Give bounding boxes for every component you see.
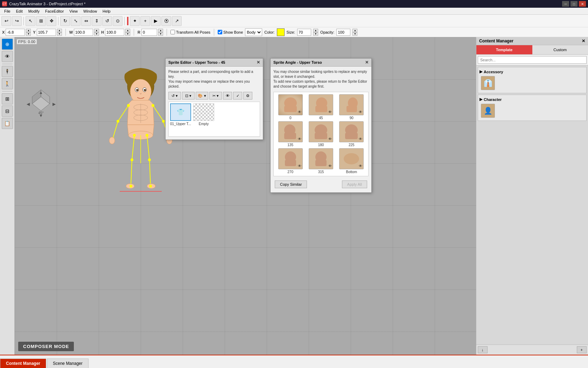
- layer-tool[interactable]: ⊟: [2, 105, 13, 117]
- sprite-item-empty[interactable]: Empty: [193, 103, 214, 135]
- walk-tool[interactable]: 🚶: [2, 78, 13, 89]
- sprite-item-01[interactable]: 👕 01_Upper T...: [170, 103, 191, 135]
- cube-widget[interactable]: 45° ▲ ▼ ◀ ▶: [25, 86, 57, 118]
- tab-content-manager[interactable]: Content Manager: [0, 359, 46, 368]
- size-input[interactable]: [297, 29, 311, 36]
- grid-tool[interactable]: ⊞: [2, 93, 13, 104]
- w-input[interactable]: [74, 29, 93, 36]
- cm-character-item[interactable]: 👤: [479, 102, 585, 119]
- content-manager-close[interactable]: ✕: [582, 39, 585, 43]
- w-up[interactable]: ▲: [94, 29, 99, 32]
- sprite-check-btn[interactable]: ✓: [233, 92, 242, 100]
- sprite-crop-btn[interactable]: ✂ ▾: [209, 92, 222, 100]
- select-tool[interactable]: ↖: [26, 16, 35, 26]
- angle-item-135[interactable]: 👁 135: [276, 121, 305, 147]
- transform-all-poses-check[interactable]: Transform All Poses: [170, 30, 210, 34]
- svg-point-43: [130, 185, 132, 188]
- angle-item-90[interactable]: 👁 90: [337, 94, 366, 120]
- scale-tool[interactable]: ⤡: [71, 16, 80, 26]
- angle-item-bottom[interactable]: 👁 Bottom: [337, 148, 366, 174]
- eye-tool[interactable]: 👁: [2, 51, 13, 62]
- opacity-up[interactable]: ▲: [352, 29, 357, 32]
- angle-item-315[interactable]: 👁 315: [306, 148, 335, 174]
- menu-view[interactable]: View: [66, 8, 80, 14]
- sprite-editor-close[interactable]: ✕: [257, 60, 260, 65]
- menu-help[interactable]: Help: [100, 8, 113, 14]
- angle-item-180[interactable]: 👁 180: [306, 121, 335, 147]
- redo-button[interactable]: ↪: [12, 16, 22, 26]
- y-up[interactable]: ▲: [57, 29, 62, 32]
- apply-all-button[interactable]: Apply All: [342, 180, 367, 188]
- close-button[interactable]: ✕: [579, 1, 586, 7]
- move-tool[interactable]: ✥: [47, 16, 56, 26]
- angle-label-180: 180: [318, 143, 324, 147]
- loop-tool[interactable]: ↺: [102, 16, 112, 26]
- bone-tool[interactable]: ✦: [130, 16, 140, 26]
- r-spinner: ▲ ▼: [158, 29, 163, 36]
- menu-window[interactable]: Window: [80, 8, 100, 14]
- cm-accessory-item[interactable]: 👔: [479, 75, 585, 91]
- x-up[interactable]: ▲: [26, 29, 31, 32]
- h-down[interactable]: ▼: [125, 32, 130, 36]
- flip-tool[interactable]: ⇔: [81, 16, 91, 26]
- maximize-button[interactable]: □: [570, 1, 578, 7]
- mirror-tool[interactable]: ⇕: [92, 16, 102, 26]
- opacity-input[interactable]: [336, 29, 350, 36]
- h-up[interactable]: ▲: [125, 29, 130, 32]
- angle-item-225[interactable]: 👁 225: [337, 121, 366, 147]
- angle-item-45[interactable]: 👁 45: [306, 94, 335, 120]
- r-down[interactable]: ▼: [158, 32, 163, 36]
- tab-scene-manager[interactable]: Scene Manager: [47, 359, 89, 368]
- w-down[interactable]: ▼: [94, 32, 99, 36]
- transform-tool[interactable]: ⊞: [36, 16, 46, 26]
- x-input[interactable]: [6, 29, 25, 36]
- rotate-tool[interactable]: ↻: [60, 16, 70, 26]
- menu-modify[interactable]: Modify: [26, 8, 42, 14]
- cm-add-btn[interactable]: +: [577, 346, 587, 353]
- copy-similar-button[interactable]: Copy Similar: [275, 180, 307, 188]
- transform-all-poses-input[interactable]: [170, 30, 175, 34]
- cm-search-input[interactable]: [478, 56, 587, 64]
- y-spinner: ▲ ▼: [57, 29, 62, 36]
- angle-item-270[interactable]: 👁 270: [276, 148, 305, 174]
- size-up[interactable]: ▲: [313, 29, 318, 32]
- play-tool[interactable]: ▶: [151, 16, 161, 26]
- sprite-settings-btn[interactable]: ⚙: [243, 92, 252, 100]
- scene-tool[interactable]: 📋: [2, 118, 13, 129]
- y-down[interactable]: ▼: [57, 32, 62, 36]
- record-tool[interactable]: ⦿: [161, 16, 171, 26]
- export-tool[interactable]: ↗: [172, 16, 182, 26]
- opacity-down[interactable]: ▼: [352, 32, 357, 36]
- cm-down-btn[interactable]: ↓: [478, 346, 488, 353]
- r-up[interactable]: ▲: [158, 29, 163, 32]
- menu-file[interactable]: File: [1, 8, 13, 14]
- figure-tool[interactable]: 🕴: [2, 66, 13, 77]
- sprite-color-btn[interactable]: 🎨 ▾: [196, 92, 208, 100]
- sprite-angle-close[interactable]: ✕: [365, 60, 369, 65]
- tab-custom[interactable]: Custom: [532, 45, 588, 54]
- show-bone-input[interactable]: [218, 30, 222, 34]
- menu-face-editor[interactable]: FaceEditor: [42, 8, 66, 14]
- svg-line-31: [132, 135, 134, 160]
- h-label: H: [101, 30, 104, 34]
- loop-tool-2[interactable]: ⊙: [113, 16, 122, 26]
- x-down[interactable]: ▼: [26, 32, 31, 36]
- canvas-area[interactable]: FPS: 0.00 45° ▲ ▼ ◀ ▶: [15, 37, 476, 355]
- sprite-flip-btn[interactable]: ⊡ ▾: [182, 92, 195, 100]
- tab-template[interactable]: Template: [476, 45, 532, 54]
- minimize-button[interactable]: ─: [562, 1, 569, 7]
- color-swatch[interactable]: [277, 28, 285, 36]
- r-input[interactable]: [141, 29, 157, 36]
- y-input[interactable]: [37, 29, 56, 36]
- show-bone-check[interactable]: Show Bone: [218, 30, 243, 34]
- h-input[interactable]: [105, 29, 124, 36]
- size-down[interactable]: ▼: [313, 32, 318, 36]
- pointer-tool[interactable]: ⊕: [2, 39, 13, 50]
- sprite-eye-btn[interactable]: 👁: [223, 92, 232, 100]
- angle-item-0[interactable]: 👁 0: [276, 94, 305, 120]
- sprite-rotate-btn[interactable]: ↺ ▾: [168, 92, 181, 100]
- key-tool[interactable]: +: [140, 16, 150, 26]
- undo-button[interactable]: ↩: [1, 16, 11, 26]
- body-select[interactable]: Body Head Hand: [245, 28, 262, 36]
- menu-edit[interactable]: Edit: [13, 8, 26, 14]
